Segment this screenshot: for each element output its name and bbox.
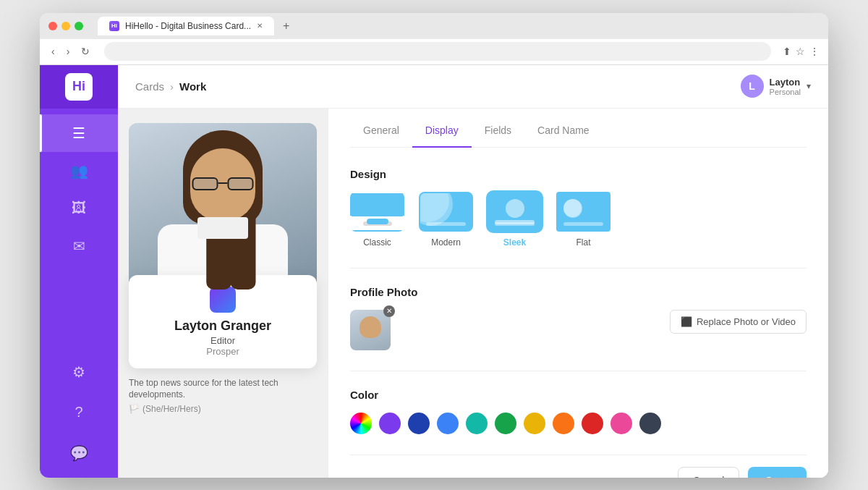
design-card-sleek xyxy=(488,192,542,232)
tabs: General Display Fields Card Name xyxy=(350,109,807,148)
sidebar-item-chat[interactable]: 💬 xyxy=(70,434,88,472)
breadcrumb-separator: › xyxy=(170,80,174,93)
reload-button[interactable]: ↻ xyxy=(78,44,93,59)
user-name: Layton xyxy=(770,77,801,88)
design-card-classic xyxy=(350,192,404,232)
help-icon: ? xyxy=(75,404,82,421)
design-label-classic: Classic xyxy=(363,237,391,248)
color-swatch-teal[interactable] xyxy=(466,413,488,434)
sidebar-item-help[interactable]: ? xyxy=(70,394,88,431)
user-chevron-icon: ▾ xyxy=(807,81,811,91)
color-swatch-green[interactable] xyxy=(495,413,516,434)
divider-2 xyxy=(350,371,807,371)
pronoun-icon: 🏳️ xyxy=(129,404,140,414)
color-section-title: Color xyxy=(350,389,807,401)
profile-photo-section: Profile Photo ✕ xyxy=(350,286,807,350)
design-label-sleek: Sleek xyxy=(503,237,526,248)
design-option-classic[interactable]: Classic xyxy=(350,192,404,248)
browser-addressbar: ‹ › ↻ ⬆ ☆ ⋮ xyxy=(40,39,828,65)
breadcrumb-cards-link[interactable]: Cards xyxy=(135,80,164,93)
sidebar-item-contacts[interactable]: 👥 xyxy=(40,152,118,190)
color-swatch-purple[interactable] xyxy=(379,413,401,434)
sidebar-item-settings[interactable]: ⚙ xyxy=(70,353,88,391)
design-card-flat xyxy=(556,192,610,232)
breadcrumb: Cards › Work xyxy=(135,80,206,93)
color-swatch-orange[interactable] xyxy=(553,413,574,434)
bookmark-icon[interactable]: ☆ xyxy=(796,46,805,57)
settings-icon: ⚙ xyxy=(72,363,85,381)
color-swatch-pink[interactable] xyxy=(610,413,632,434)
design-options: Classic Modern xyxy=(350,192,807,248)
forward-button[interactable]: › xyxy=(64,44,73,59)
cancel-button[interactable]: Cancel xyxy=(678,467,740,478)
breadcrumb-current: Work xyxy=(179,80,206,93)
settings-panel: General Display Fields Card Name Design xyxy=(328,109,828,478)
color-section: Color xyxy=(350,389,807,434)
browser-tab[interactable]: Hi HiHello - Digital Business Card... ✕ xyxy=(98,17,274,35)
maximize-button[interactable] xyxy=(75,22,83,30)
topbar: Cards › Work L Layton Personal ▾ xyxy=(118,65,828,109)
share-icon[interactable]: ⬆ xyxy=(783,46,791,57)
save-button[interactable]: Save xyxy=(748,467,807,478)
design-option-flat[interactable]: Flat xyxy=(556,192,610,248)
sidebar-bottom: ⚙ ? 💬 xyxy=(70,353,88,478)
app-logo[interactable]: Hi xyxy=(65,73,93,101)
replace-photo-button[interactable]: ⬛ Replace Photo or Video xyxy=(670,310,807,334)
chat-icon: 💬 xyxy=(70,444,88,462)
user-plan: Personal xyxy=(770,88,801,96)
color-swatches xyxy=(350,413,807,434)
card-profile-photo xyxy=(129,123,317,297)
new-tab-button[interactable]: + xyxy=(283,20,289,33)
user-avatar: L xyxy=(741,75,764,98)
color-swatch-dark[interactable] xyxy=(639,413,661,434)
sidebar-nav: ☰ 👥 🖼 ✉ xyxy=(40,109,118,353)
tab-display[interactable]: Display xyxy=(412,114,472,148)
design-card-modern xyxy=(419,192,473,232)
sidebar-logo: Hi xyxy=(40,65,118,109)
color-swatch-rainbow[interactable] xyxy=(350,413,372,434)
sidebar-item-gallery[interactable]: 🖼 xyxy=(40,190,118,227)
back-button[interactable]: ‹ xyxy=(48,44,58,59)
tab-close-icon[interactable]: ✕ xyxy=(257,22,263,30)
tab-general[interactable]: General xyxy=(350,114,412,148)
design-section-title: Design xyxy=(350,168,807,180)
sidebar-item-cards[interactable]: ☰ xyxy=(40,114,118,152)
card-pronouns: 🏳️ (She/Her/Hers) xyxy=(129,404,317,414)
cards-icon: ☰ xyxy=(72,124,85,142)
sidebar-item-messages[interactable]: ✉ xyxy=(40,227,118,265)
photo-remove-button[interactable]: ✕ xyxy=(383,305,395,317)
tab-title: HiHello - Digital Business Card... xyxy=(125,21,251,31)
address-bar[interactable] xyxy=(104,42,771,61)
design-label-modern: Modern xyxy=(431,237,461,248)
address-actions: ⬆ ☆ ⋮ xyxy=(783,46,820,57)
divider-1 xyxy=(350,268,807,269)
menu-icon[interactable]: ⋮ xyxy=(809,46,820,57)
close-button[interactable] xyxy=(48,22,57,30)
color-swatch-navy[interactable] xyxy=(408,413,430,434)
user-info: Layton Personal xyxy=(770,77,801,96)
minimize-button[interactable] xyxy=(61,22,70,30)
card-company-logo xyxy=(210,287,236,313)
color-swatch-yellow[interactable] xyxy=(524,413,545,434)
tab-favicon: Hi xyxy=(109,21,119,31)
content-area: Layton Granger Editor Prosper The top ne… xyxy=(118,109,828,478)
settings-footer: Cancel Save xyxy=(350,455,807,478)
tab-card-name[interactable]: Card Name xyxy=(524,114,603,148)
card-person-name: Layton Granger xyxy=(140,318,305,334)
design-option-modern[interactable]: Modern xyxy=(419,192,473,248)
gallery-icon: 🖼 xyxy=(72,200,86,216)
contacts-icon: 👥 xyxy=(70,162,88,179)
tab-fields[interactable]: Fields xyxy=(472,114,524,148)
design-option-sleek[interactable]: Sleek xyxy=(488,192,542,248)
photo-row: ✕ ⬛ Replace Photo or Video ☞ xyxy=(350,310,807,350)
user-menu[interactable]: L Layton Personal ▾ xyxy=(741,75,811,98)
design-section: Design Classic xyxy=(350,168,807,248)
color-swatch-red[interactable] xyxy=(582,413,603,434)
main-content: Cards › Work L Layton Personal ▾ xyxy=(118,65,828,478)
traffic-lights xyxy=(48,22,83,30)
card-preview-panel: Layton Granger Editor Prosper The top ne… xyxy=(118,109,328,478)
browser-titlebar: Hi HiHello - Digital Business Card... ✕ … xyxy=(40,13,828,39)
card-company-name: Prosper xyxy=(140,346,305,357)
photo-thumbnail-wrapper: ✕ xyxy=(350,310,391,350)
color-swatch-blue[interactable] xyxy=(437,413,459,434)
